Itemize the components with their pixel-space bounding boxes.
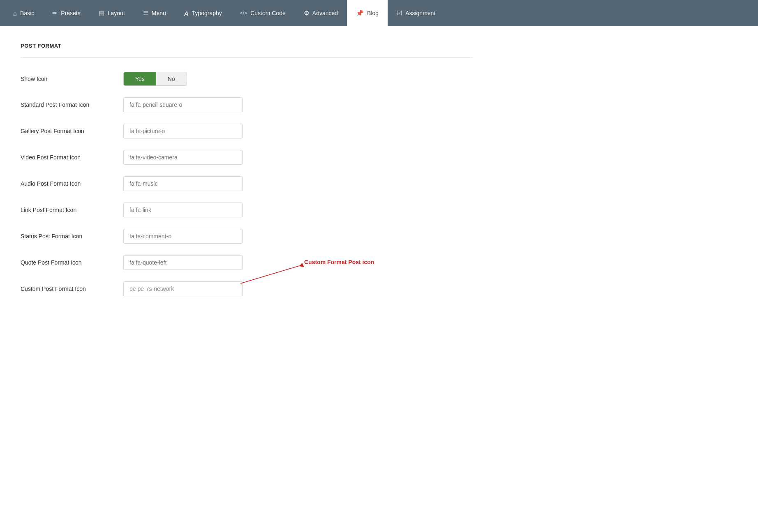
custom-input[interactable] [123,281,243,296]
custom-input-annotation-wrapper: Custom Format Post icon [123,281,243,296]
gallery-post-format-row: Gallery Post Format Icon [21,124,473,138]
annotation-label: Custom Format Post icon [304,259,374,265]
standard-post-format-row: Standard Post Format Icon [21,97,473,112]
video-post-format-row: Video Post Format Icon [21,150,473,165]
code-icon: </> [240,10,247,16]
nav-label-blog: Blog [367,10,379,16]
nav-label-advanced: Advanced [312,10,338,16]
video-input[interactable] [123,150,243,165]
nav-item-basic[interactable]: ⌂ Basic [4,0,43,26]
nav-item-blog[interactable]: 📌 Blog [347,0,388,26]
nav-item-presets[interactable]: ✏ Presets [43,0,89,26]
nav-item-layout[interactable]: ▤ Layout [90,0,134,26]
custom-label: Custom Post Format Icon [21,286,111,292]
nav-label-presets: Presets [61,10,80,16]
pin-icon: 📌 [356,9,364,17]
link-label: Link Post Format Icon [21,207,111,213]
home-icon: ⌂ [13,10,17,17]
gallery-label: Gallery Post Format Icon [21,128,111,134]
nav-label-typography: Typography [192,10,222,16]
audio-input[interactable] [123,176,243,191]
nav-label-assignment: Assignment [405,10,435,16]
quote-label: Quote Post Format Icon [21,259,111,266]
nav-item-menu[interactable]: ☰ Menu [134,0,175,26]
audio-post-format-row: Audio Post Format Icon [21,176,473,191]
nav-item-typography[interactable]: A Typography [175,0,231,26]
nav-label-custom-code: Custom Code [250,10,286,16]
gallery-input[interactable] [123,124,243,138]
standard-input[interactable] [123,97,243,112]
no-button[interactable]: No [156,72,187,85]
section-divider [21,57,473,58]
custom-post-format-row: Custom Post Format Icon Custom Format Po… [21,281,473,296]
menu-icon: ☰ [143,9,148,17]
video-label: Video Post Format Icon [21,154,111,161]
section-title: POST FORMAT [21,43,473,49]
nav-label-menu: Menu [152,10,166,16]
pencil-icon: ✏ [52,9,58,17]
gear-icon: ⚙ [304,9,309,17]
nav-label-layout: Layout [108,10,125,16]
quote-input[interactable] [123,255,243,270]
link-post-format-row: Link Post Format Icon [21,203,473,217]
standard-label: Standard Post Format Icon [21,101,111,108]
check-icon: ☑ [397,9,402,17]
nav-item-advanced[interactable]: ⚙ Advanced [295,0,347,26]
status-label: Status Post Format Icon [21,233,111,240]
show-icon-label: Show Icon [21,76,111,82]
show-icon-toggle: Yes No [123,72,187,86]
status-input[interactable] [123,229,243,244]
quote-post-format-row: Quote Post Format Icon [21,255,473,270]
link-input[interactable] [123,203,243,217]
nav-item-assignment[interactable]: ☑ Assignment [388,0,444,26]
layout-icon: ▤ [99,9,104,17]
show-icon-row: Show Icon Yes No [21,72,473,86]
nav-item-custom-code[interactable]: </> Custom Code [231,0,295,26]
navigation-bar: ⌂ Basic ✏ Presets ▤ Layout ☰ Menu A Typo… [0,0,758,26]
yes-button[interactable]: Yes [124,72,156,85]
status-post-format-row: Status Post Format Icon [21,229,473,244]
audio-label: Audio Post Format Icon [21,180,111,187]
main-content: POST FORMAT Show Icon Yes No Standard Po… [0,26,493,324]
nav-label-basic: Basic [20,10,34,16]
typography-icon: A [184,10,189,17]
